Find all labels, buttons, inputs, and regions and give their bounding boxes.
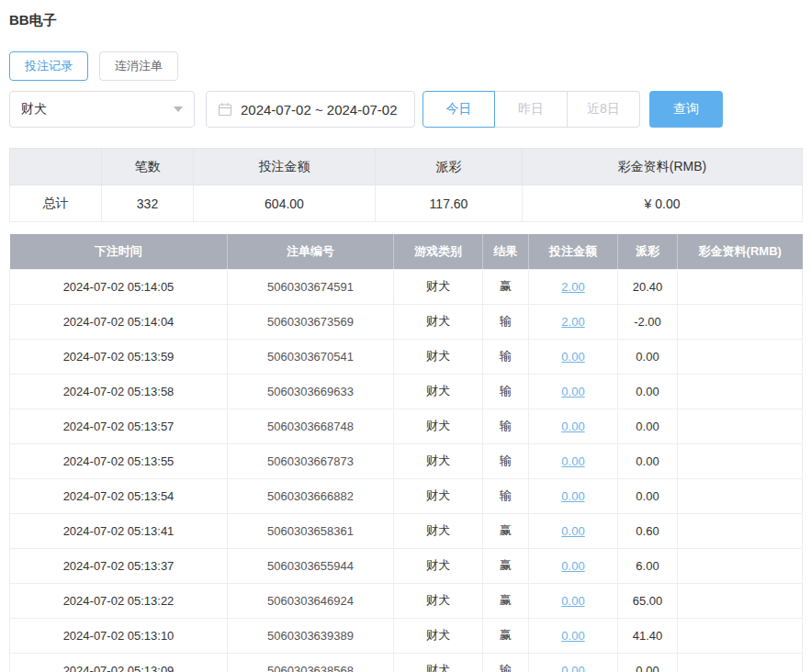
header-bonus: 彩金资料(RMB) bbox=[678, 234, 803, 269]
cell-game-type: 财犬 bbox=[394, 409, 483, 443]
bet-amount-link[interactable]: 0.00 bbox=[561, 629, 584, 643]
chevron-down-icon bbox=[174, 106, 183, 112]
tab-bar: 投注记录 连消注单 bbox=[9, 51, 802, 81]
table-row: 2024-07-02 05:13:545060303666882财犬输0.000… bbox=[10, 478, 803, 513]
date-range-value: 2024-07-02 ~ 2024-07-02 bbox=[241, 102, 398, 118]
cell-order-id: 5060303670541 bbox=[228, 339, 394, 374]
cell-order-id: 5060303673569 bbox=[228, 304, 394, 339]
cell-payout: 0.00 bbox=[618, 443, 678, 478]
today-button[interactable]: 今日 bbox=[422, 91, 495, 128]
summary-total-count: 332 bbox=[102, 185, 194, 222]
header-payout: 派彩 bbox=[618, 234, 678, 269]
cell-game-type: 财犬 bbox=[394, 618, 483, 653]
cell-bonus bbox=[678, 269, 803, 304]
cell-bonus bbox=[678, 443, 803, 478]
cell-bet-amount: 0.00 bbox=[529, 409, 618, 443]
cell-result: 赢 bbox=[483, 618, 529, 653]
cell-result: 输 bbox=[483, 339, 529, 374]
cell-bet-time: 2024-07-02 05:13:22 bbox=[10, 583, 228, 618]
table-body: 2024-07-02 05:14:055060303674591财犬赢2.002… bbox=[10, 269, 803, 672]
table-row: 2024-07-02 05:13:105060303639389财犬赢0.004… bbox=[10, 618, 803, 653]
cell-bet-time: 2024-07-02 05:13:58 bbox=[10, 374, 228, 409]
cell-bet-amount: 0.00 bbox=[529, 618, 618, 653]
cell-bet-amount: 0.00 bbox=[529, 443, 618, 478]
cell-game-type: 财犬 bbox=[394, 304, 483, 339]
cell-payout: 0.00 bbox=[618, 653, 678, 672]
cell-bet-amount: 2.00 bbox=[529, 269, 618, 304]
bet-amount-link[interactable]: 2.00 bbox=[561, 315, 584, 329]
table-row: 2024-07-02 05:13:595060303670541财犬输0.000… bbox=[10, 339, 803, 374]
cell-bet-amount: 0.00 bbox=[529, 339, 618, 374]
cell-order-id: 5060303646924 bbox=[228, 583, 394, 618]
cell-bet-time: 2024-07-02 05:13:10 bbox=[10, 618, 228, 653]
summary-header-payout: 派彩 bbox=[376, 149, 523, 185]
cell-order-id: 5060303638568 bbox=[228, 653, 394, 672]
game-select[interactable]: 财犬 bbox=[9, 91, 195, 128]
bet-amount-link[interactable]: 0.00 bbox=[561, 594, 584, 608]
cell-result: 赢 bbox=[483, 548, 529, 583]
bet-amount-link[interactable]: 0.00 bbox=[561, 420, 584, 433]
cell-bonus bbox=[678, 618, 803, 653]
cell-order-id: 5060303639389 bbox=[228, 618, 394, 653]
bet-records-table: 下注时间 注单编号 游戏类别 结果 投注金额 派彩 彩金资料(RMB) 2024… bbox=[9, 234, 803, 672]
cell-result: 赢 bbox=[483, 513, 529, 548]
tab-cancelled-orders[interactable]: 连消注单 bbox=[99, 51, 178, 81]
summary-header-empty bbox=[10, 149, 102, 185]
date-quick-buttons: 今日 昨日 近8日 bbox=[422, 91, 640, 128]
bet-amount-link[interactable]: 0.00 bbox=[561, 489, 584, 503]
cell-order-id: 5060303668748 bbox=[228, 409, 394, 443]
tab-bet-records[interactable]: 投注记录 bbox=[9, 51, 88, 81]
cell-bet-amount: 0.00 bbox=[529, 653, 618, 672]
page-container: BB电子 投注记录 连消注单 财犬 2024-07-02 ~ 2024-07-0… bbox=[0, 0, 811, 672]
cell-bet-time: 2024-07-02 05:13:41 bbox=[10, 513, 228, 548]
bet-amount-link[interactable]: 2.00 bbox=[561, 280, 584, 294]
bet-amount-link[interactable]: 0.00 bbox=[561, 385, 584, 398]
cell-result: 输 bbox=[483, 653, 529, 672]
summary-table: 笔数 投注金额 派彩 彩金资料(RMB) 总计 332 604.00 117.6… bbox=[9, 148, 803, 222]
summary-total-row: 总计 332 604.00 117.60 ¥ 0.00 bbox=[10, 185, 803, 222]
summary-header-bonus: 彩金资料(RMB) bbox=[523, 149, 803, 185]
last-8-days-button[interactable]: 近8日 bbox=[568, 91, 640, 128]
cell-bonus bbox=[678, 583, 803, 618]
cell-payout: 0.00 bbox=[618, 478, 678, 513]
bet-amount-link[interactable]: 0.00 bbox=[561, 454, 584, 468]
cell-bet-time: 2024-07-02 05:13:37 bbox=[10, 548, 228, 583]
bet-amount-link[interactable]: 0.00 bbox=[561, 524, 584, 538]
yesterday-button[interactable]: 昨日 bbox=[495, 91, 568, 128]
summary-total-payout: 117.60 bbox=[376, 185, 523, 222]
summary-header-bet-amount: 投注金额 bbox=[194, 149, 376, 185]
cell-result: 输 bbox=[483, 443, 529, 478]
cell-bet-amount: 0.00 bbox=[529, 583, 618, 618]
search-button[interactable]: 查询 bbox=[649, 91, 723, 128]
bet-amount-link[interactable]: 0.00 bbox=[561, 350, 584, 364]
header-bet-time: 下注时间 bbox=[10, 234, 228, 269]
cell-bet-time: 2024-07-02 05:14:05 bbox=[10, 269, 228, 304]
bet-amount-link[interactable]: 0.00 bbox=[561, 559, 584, 573]
table-row: 2024-07-02 05:14:045060303673569财犬输2.00-… bbox=[10, 304, 803, 339]
cell-bet-amount: 0.00 bbox=[529, 513, 618, 548]
calendar-icon bbox=[218, 102, 232, 117]
cell-bonus bbox=[678, 409, 803, 443]
cell-bet-time: 2024-07-02 05:13:09 bbox=[10, 653, 228, 672]
bet-amount-link[interactable]: 0.00 bbox=[561, 664, 584, 672]
cell-game-type: 财犬 bbox=[394, 374, 483, 409]
cell-bet-time: 2024-07-02 05:13:57 bbox=[10, 409, 228, 443]
cell-payout: 0.00 bbox=[618, 374, 678, 409]
cell-result: 输 bbox=[483, 478, 529, 513]
table-row: 2024-07-02 05:13:415060303658361财犬赢0.000… bbox=[10, 513, 803, 548]
cell-payout: 41.40 bbox=[618, 618, 678, 653]
table-row: 2024-07-02 05:13:095060303638568财犬输0.000… bbox=[10, 653, 803, 672]
table-row: 2024-07-02 05:13:585060303669633财犬输0.000… bbox=[10, 374, 803, 409]
cell-payout: -2.00 bbox=[618, 304, 678, 339]
game-select-value: 财犬 bbox=[21, 101, 47, 118]
cell-payout: 0.00 bbox=[618, 339, 678, 374]
header-bet-amount: 投注金额 bbox=[529, 234, 618, 269]
cell-order-id: 5060303674591 bbox=[228, 269, 394, 304]
summary-header-row: 笔数 投注金额 派彩 彩金资料(RMB) bbox=[10, 149, 803, 185]
summary-total-label: 总计 bbox=[10, 185, 102, 222]
date-range-input[interactable]: 2024-07-02 ~ 2024-07-02 bbox=[206, 91, 415, 128]
cell-bet-time: 2024-07-02 05:13:59 bbox=[10, 339, 228, 374]
cell-game-type: 财犬 bbox=[394, 269, 483, 304]
cell-game-type: 财犬 bbox=[394, 653, 483, 672]
cell-order-id: 5060303667873 bbox=[228, 443, 394, 478]
